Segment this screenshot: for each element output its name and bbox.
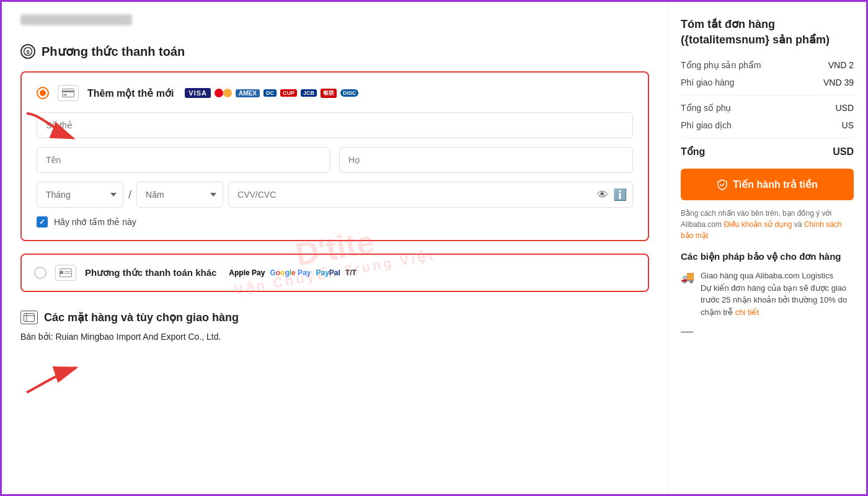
seller-name: Bán bởi: Ruian Mingbao Import And Export… bbox=[20, 332, 649, 342]
items-section-title: Các mặt hàng và tùy chọn giao hàng bbox=[44, 311, 239, 324]
mastercard-logo bbox=[215, 87, 232, 99]
card-number-input[interactable] bbox=[37, 112, 633, 138]
shipping-value: VND 39 bbox=[823, 78, 854, 87]
name-row bbox=[37, 147, 633, 173]
subtotal-label: Tổng phụ sản phẩm bbox=[681, 60, 761, 70]
subtotal-row: Tổng phụ sản phẩm VND 2 bbox=[681, 60, 854, 70]
cvv-input[interactable] bbox=[228, 182, 633, 208]
slash-divider: / bbox=[128, 188, 131, 202]
card-payment-radio[interactable] bbox=[37, 87, 49, 99]
google-pay-logo: Google Pay bbox=[270, 268, 311, 277]
alt-payment-form: Phương thức thanh toán khác Apple Pay Go… bbox=[20, 254, 649, 292]
shipping-row: Phí giao hàng VND 39 bbox=[681, 78, 854, 87]
svg-rect-4 bbox=[63, 89, 74, 97]
apple-pay-logo: Apple Pay bbox=[229, 268, 265, 277]
payment-logos: VISA AMEX DC CUP JCB 银联 DISC bbox=[185, 87, 358, 99]
discover-logo: DISC bbox=[340, 89, 359, 97]
sidebar: Tóm tắt đơn hàng ({totalitemsnum} sản ph… bbox=[668, 2, 866, 494]
subtotal2-value: USD bbox=[835, 103, 854, 113]
divider-1 bbox=[681, 95, 854, 95]
fee-label: Phí giao dịch bbox=[681, 120, 732, 130]
divider-2 bbox=[681, 138, 854, 138]
svg-rect-5 bbox=[62, 91, 74, 92]
card-form-header: Thêm một thẻ mới VISA AMEX DC CUP JCB 银联… bbox=[37, 85, 633, 101]
alt-payment-icon bbox=[55, 265, 76, 281]
remember-card-checkbox[interactable] bbox=[37, 216, 48, 228]
alt-payment-title: Phương thức thanh toán khác bbox=[85, 267, 216, 278]
subtotal2-label: Tổng số phụ bbox=[681, 103, 731, 113]
protection-item: 🚚 Giao hàng qua Alibaba.com Logistics Dự… bbox=[681, 270, 854, 318]
year-select[interactable]: Năm 202420252026 202720282029 2030 bbox=[136, 182, 223, 208]
cvv-icons: 👁 ℹ️ bbox=[597, 188, 627, 202]
total-value: USD bbox=[833, 146, 854, 157]
amex-logo: AMEX bbox=[236, 89, 260, 97]
cup2-logo: 银联 bbox=[321, 89, 337, 98]
diners-logo: DC bbox=[264, 89, 277, 97]
info-icon[interactable]: ℹ️ bbox=[613, 188, 627, 202]
last-name-input[interactable] bbox=[339, 147, 633, 173]
shield-icon bbox=[717, 179, 728, 190]
month-select[interactable]: Tháng 010203 040506 070809 101112 bbox=[37, 182, 123, 208]
visa-logo: VISA bbox=[185, 88, 211, 98]
cvv-wrapper: 👁 ℹ️ bbox=[228, 182, 633, 208]
terms-link[interactable]: Điều khoản sử dụng bbox=[724, 220, 792, 229]
shipping-label: Phí giao hàng bbox=[681, 78, 734, 87]
svg-text:$: $ bbox=[26, 49, 29, 55]
card-icon bbox=[58, 85, 79, 101]
tt-logo: T/T bbox=[345, 268, 356, 277]
address-bar bbox=[20, 14, 132, 25]
expiry-cvv-row: Tháng 010203 040506 070809 101112 / Năm … bbox=[37, 182, 633, 208]
items-section-header: Các mặt hàng và tùy chọn giao hàng bbox=[20, 311, 649, 324]
truck-icon: 🚚 bbox=[681, 270, 694, 284]
card-form-title: Thêm một thẻ mới bbox=[87, 87, 174, 99]
sidebar-title: Tóm tắt đơn hàng ({totalitemsnum} sản ph… bbox=[681, 17, 854, 48]
total-label: Tổng bbox=[681, 146, 705, 157]
fee-row: Phí giao dịch US bbox=[681, 120, 854, 130]
fee-value: US bbox=[842, 120, 854, 130]
jcb-logo: JCB bbox=[301, 89, 317, 97]
paypal-logo: PayPal bbox=[316, 268, 340, 277]
items-section-icon bbox=[20, 311, 38, 324]
subtotal-value: VND 2 bbox=[828, 60, 854, 70]
cup-logo: CUP bbox=[280, 89, 297, 97]
svg-rect-6 bbox=[63, 94, 67, 95]
subtotal2-row: Tổng số phụ USD bbox=[681, 103, 854, 113]
checkout-button[interactable]: Tiến hành trả tiền bbox=[681, 169, 854, 200]
payment-section-title: Phương thức thanh toán bbox=[42, 44, 185, 59]
checkout-button-label: Tiến hành trả tiền bbox=[733, 179, 817, 190]
remember-card-label: Hãy nhớ tấm thẻ này bbox=[54, 217, 136, 227]
svg-rect-8 bbox=[60, 271, 63, 274]
terms-text: Bằng cách nhấn vào bên trên, bạn đồng ý … bbox=[681, 208, 854, 241]
remember-card-row: Hãy nhớ tấm thẻ này bbox=[37, 216, 633, 228]
total-row: Tổng USD bbox=[681, 146, 854, 157]
alt-payment-logos: Apple Pay Google Pay PayPal T/T bbox=[229, 268, 356, 277]
svg-rect-11 bbox=[24, 314, 35, 322]
payment-section-header: $ Phương thức thanh toán bbox=[20, 44, 649, 59]
protection-title: Các biện pháp bảo vệ cho đơn hàng bbox=[681, 251, 854, 262]
collapse-icon[interactable]: — bbox=[681, 324, 854, 339]
alt-payment-radio[interactable] bbox=[34, 267, 46, 279]
payment-section-icon: $ bbox=[20, 44, 35, 59]
card-payment-form: Thêm một thẻ mới VISA AMEX DC CUP JCB 银联… bbox=[20, 71, 649, 241]
first-name-input[interactable] bbox=[37, 147, 330, 173]
eye-icon[interactable]: 👁 bbox=[597, 188, 608, 202]
details-link[interactable]: chi tiết bbox=[735, 308, 759, 317]
protection-text: Giao hàng qua Alibaba.com Logistics Dự k… bbox=[701, 270, 854, 318]
